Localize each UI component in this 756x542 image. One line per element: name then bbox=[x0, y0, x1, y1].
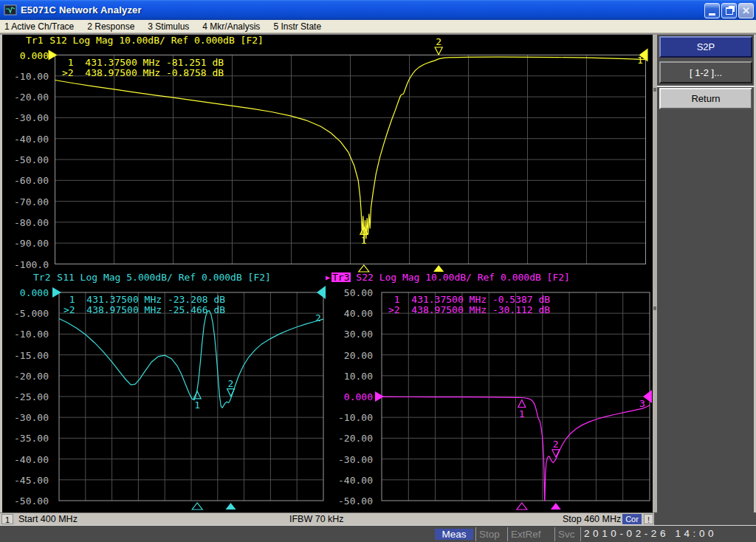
y-axis-label: -40.00 bbox=[3, 454, 49, 465]
menu-item-instr-state[interactable]: 5 Instr State bbox=[267, 20, 328, 32]
y-axis-label: -40.00 bbox=[3, 134, 49, 145]
status-separator bbox=[475, 527, 476, 541]
trace-tr1-header: Tr1 S12 Log Mag 10.00dB/ Ref 0.000dB [F2… bbox=[25, 35, 264, 45]
softkey-ports-1-2[interactable]: [ 1-2 ]... bbox=[659, 61, 752, 83]
y-axis-label: 0.000 bbox=[3, 287, 49, 298]
menu-item-mkr-analysis[interactable]: 4 Mkr/Analysis bbox=[196, 20, 267, 32]
restore-icon bbox=[726, 7, 733, 15]
warning-badge: ! bbox=[644, 514, 653, 524]
y-axis-label: 30.00 bbox=[327, 329, 373, 340]
y-axis-label: -70.00 bbox=[3, 196, 49, 207]
svc-indicator: Svc bbox=[558, 529, 575, 540]
stop-indicator: Stop bbox=[479, 529, 500, 540]
y-axis-label: -25.00 bbox=[3, 391, 49, 402]
marker-readout-row: 1 431.37500 MHz -0.5387 dB bbox=[388, 295, 550, 305]
y-axis-label: -90.00 bbox=[3, 238, 49, 249]
window-controls: ✕ bbox=[704, 3, 754, 18]
y-axis-label: -35.00 bbox=[3, 433, 49, 444]
close-button[interactable]: ✕ bbox=[738, 3, 754, 18]
y-axis-label: -80.00 bbox=[3, 217, 49, 228]
softkey-return[interactable]: Return bbox=[659, 88, 752, 109]
status-bar: 1 Start 400 MHz IFBW 70 kHz Stop 460 MHz… bbox=[0, 512, 654, 525]
app-icon bbox=[4, 4, 17, 17]
softkey-panel: S2P [ 1-2 ]... Return bbox=[653, 35, 754, 512]
y-axis-label: -50.00 bbox=[3, 495, 49, 507]
start-frequency: Start 400 MHz bbox=[18, 514, 78, 524]
marker-1-label: 1 bbox=[519, 409, 525, 419]
trace-tr2-name[interactable]: Tr2 bbox=[32, 272, 51, 282]
menu-item-response[interactable]: 2 Response bbox=[80, 20, 141, 32]
softkey-s2p[interactable]: S2P bbox=[659, 36, 752, 58]
y-axis-label: -10.00 bbox=[327, 412, 373, 423]
trace-tr1-name[interactable]: Tr1 bbox=[25, 35, 44, 45]
trace-tr2-format: S11 Log Mag 5.000dB/ Ref 0.000dB [F2] bbox=[51, 272, 270, 282]
y-axis-label: 50.00 bbox=[327, 287, 373, 298]
trace-tr1-number: 1 bbox=[637, 55, 643, 65]
y-axis-label: 0.000 bbox=[327, 391, 373, 402]
y-axis-label: -30.00 bbox=[3, 112, 49, 123]
marker-readout-row: 1 431.37500 MHz -23.208 dB bbox=[63, 295, 225, 305]
channel-indicator: 1 bbox=[1, 514, 13, 524]
y-axis-label: -50.00 bbox=[3, 154, 49, 165]
trace-tr3-header: ▶Tr3 S22 Log Mag 10.00dB/ Ref 0.000dB [F… bbox=[326, 272, 570, 282]
panel-gripper[interactable] bbox=[653, 35, 657, 512]
extref-indicator: ExtRef bbox=[511, 529, 541, 540]
y-axis-label: -50.00 bbox=[327, 495, 373, 507]
window-left-edge bbox=[0, 35, 2, 512]
restore-button[interactable] bbox=[721, 3, 737, 18]
y-axis-label: -45.00 bbox=[3, 475, 49, 486]
y-axis-label: -40.00 bbox=[327, 475, 373, 486]
y-axis-label: -10.00 bbox=[3, 71, 49, 82]
y-axis-label: 40.00 bbox=[327, 308, 373, 319]
trace-tr2-header: Tr2 S11 Log Mag 5.000dB/ Ref 0.000dB [F2… bbox=[32, 272, 271, 282]
y-axis-label: -20.00 bbox=[3, 92, 49, 103]
close-icon: ✕ bbox=[742, 6, 750, 16]
y-axis-label: -15.00 bbox=[3, 350, 49, 361]
active-trace-arrow-icon: ▶ bbox=[326, 272, 330, 282]
status-separator bbox=[580, 527, 581, 541]
softkey-separator bbox=[657, 86, 754, 87]
marker-1-label: 1 bbox=[194, 400, 200, 410]
trace-tr1-format: S12 Log Mag 10.00dB/ Ref 0.000dB [F2] bbox=[44, 35, 263, 45]
status-separator bbox=[554, 527, 555, 541]
marker-readout-row: 1 431.37500 MHz -81.251 dB bbox=[62, 58, 224, 68]
minimize-button[interactable] bbox=[704, 3, 720, 18]
marker-1-label: 1 bbox=[361, 236, 367, 245]
datetime: 2010-02-26 14:00 bbox=[584, 528, 717, 539]
y-axis-label: -30.00 bbox=[327, 454, 373, 465]
status-bar-filler bbox=[654, 512, 756, 525]
marker-readout-row: >2 438.97500 MHz -30.112 dB bbox=[388, 305, 550, 315]
marker-readout-row: >2 438.97500 MHz -25.466 dB bbox=[63, 305, 225, 315]
menu-bar: 1 Active Ch/Trace 2 Response 3 Stimulus … bbox=[0, 20, 756, 33]
stop-frequency: Stop 460 MHz bbox=[563, 514, 621, 524]
minimize-icon bbox=[709, 13, 715, 16]
ifbw-readout: IFBW 70 kHz bbox=[289, 514, 344, 524]
y-axis-label: -20.00 bbox=[3, 371, 49, 382]
y-axis-label: 0.000 bbox=[3, 50, 49, 61]
trace-tr3-format: S22 Log Mag 10.00dB/ Ref 0.000dB [F2] bbox=[351, 272, 570, 282]
window-title: E5071C Network Analyzer bbox=[21, 4, 142, 16]
marker-2-label: 2 bbox=[228, 379, 234, 388]
meas-indicator: Meas bbox=[435, 529, 473, 540]
trace-tr2-number: 2 bbox=[315, 313, 321, 323]
marker-2-label: 2 bbox=[436, 37, 441, 47]
y-axis-label: -5.000 bbox=[3, 308, 49, 319]
status-separator bbox=[507, 527, 508, 541]
menu-item-active-ch-trace[interactable]: 1 Active Ch/Trace bbox=[0, 20, 80, 32]
y-axis-label: 10.00 bbox=[327, 371, 373, 382]
title-bar: E5071C Network Analyzer ✕ bbox=[0, 0, 756, 20]
y-axis-label: -30.00 bbox=[3, 412, 49, 423]
correction-badge: Cor bbox=[622, 514, 642, 524]
y-axis-label: 20.00 bbox=[327, 350, 373, 361]
menu-item-stimulus[interactable]: 3 Stimulus bbox=[141, 20, 196, 32]
y-axis-label: -10.00 bbox=[3, 329, 49, 340]
y-axis-label: -100.0 bbox=[3, 259, 49, 270]
y-axis-label: -20.00 bbox=[327, 433, 373, 444]
instrument-status-bar: Meas Stop ExtRef Svc 2010-02-26 14:00 bbox=[0, 525, 756, 542]
marker-2-label: 2 bbox=[553, 439, 559, 449]
y-axis-label: -60.00 bbox=[3, 175, 49, 186]
trace-tr3-name[interactable]: Tr3 bbox=[331, 272, 350, 282]
trace-tr3-number: 3 bbox=[639, 399, 645, 408]
marker-readout-row: >2 438.97500 MHz -0.8758 dB bbox=[62, 68, 224, 78]
